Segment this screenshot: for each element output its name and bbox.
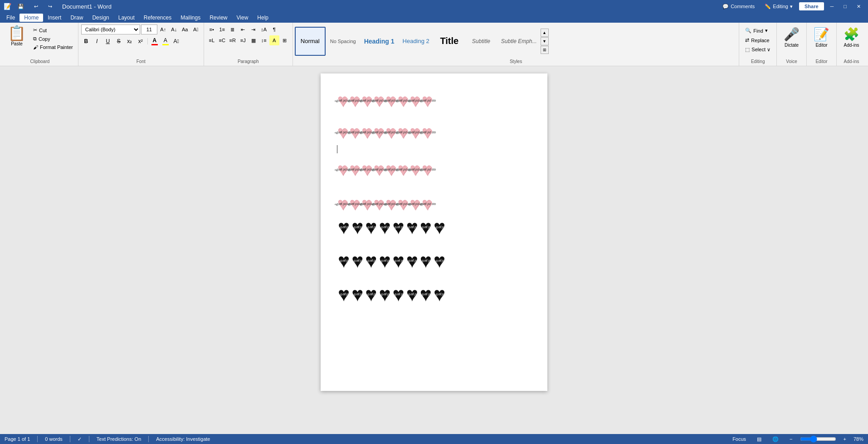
maximize-button[interactable]: □ — [840, 3, 850, 10]
style-heading1-label: Heading 1 — [364, 38, 395, 45]
menu-layout[interactable]: Layout — [114, 14, 139, 22]
title-bar: 📝 💾 ↩ ↪ Document1 - Word 💬 Comments ✏️ E… — [0, 0, 868, 13]
subscript-button[interactable]: x₂ — [125, 36, 135, 46]
copy-button[interactable]: ⧉ Copy — [31, 35, 75, 43]
justify-button[interactable]: ≡J — [238, 35, 248, 45]
editor-group: 📝 Editor Editor — [807, 23, 837, 66]
menu-review[interactable]: Review — [205, 14, 232, 22]
quick-access-save[interactable]: 💾 — [14, 3, 28, 10]
font-color-button[interactable]: A — [150, 36, 160, 46]
menu-insert[interactable]: Insert — [43, 14, 66, 22]
document-page[interactable]: ♥ഏൽ pd sto ♥ഏൽ pd sto ♥ഏൽ pd sto ♥ഏൽ pd … — [321, 73, 547, 391]
highlight-color-button[interactable]: A — [161, 36, 171, 46]
format-painter-icon: 🖌 — [33, 44, 38, 50]
style-no-spacing[interactable]: No Spacing — [327, 27, 360, 56]
increase-indent-button[interactable]: ⇥ — [249, 24, 258, 34]
black-heart: ♥ഏൽ pd — [406, 284, 418, 304]
comments-button[interactable]: 💬 Comments — [719, 3, 758, 10]
style-normal[interactable]: Normal — [295, 27, 326, 56]
black-heart-row-2: ♥ഏൽ pd ♥ഏൽ pd ♥ഏൽ pd ♥ഏൽ pd ♥ഏൽ pd ♥ഏൽ p… — [337, 250, 531, 271]
style-subtitle-label: Subtitle — [472, 38, 490, 44]
replace-icon: ⇄ — [745, 37, 749, 43]
sort-button[interactable]: ↕A — [259, 24, 269, 34]
find-button[interactable]: 🔍 Find ▾ — [742, 26, 770, 35]
document-area[interactable]: ♥ഏൽ pd sto ♥ഏൽ pd sto ♥ഏൽ pd sto ♥ഏൽ pd … — [0, 66, 868, 431]
multilevel-list-button[interactable]: ≣ — [228, 24, 238, 34]
borders-button[interactable]: ⊞ — [280, 35, 290, 45]
font-label: Font — [81, 58, 201, 66]
font-color-swatch — [151, 44, 158, 45]
quick-access-redo[interactable]: ↪ — [44, 3, 56, 10]
bullets-button[interactable]: ≡• — [207, 24, 217, 34]
clear-formatting-button[interactable]: A⃝ — [191, 24, 201, 34]
paste-label: Paste — [11, 41, 23, 46]
shading-button[interactable]: A — [269, 35, 279, 45]
replace-button[interactable]: ⇄ Replace — [742, 36, 772, 44]
black-heart-row-3: ♥ഏൽ pd ♥ഏൽ pd ♥ഏൽ pd ♥ഏൽ pd ♥ഏൽ pd ♥ഏൽ p… — [337, 284, 531, 305]
text-effects-button[interactable]: A⃣ — [171, 36, 181, 46]
style-heading2[interactable]: Heading 2 — [399, 27, 433, 56]
menu-design[interactable]: Design — [88, 14, 113, 22]
column-layout-button[interactable]: ▦ — [249, 35, 258, 45]
align-left-button[interactable]: ≡L — [207, 35, 217, 45]
numbering-button[interactable]: 1≡ — [217, 24, 227, 34]
bold-button[interactable]: B — [81, 36, 91, 46]
styles-group: Normal No Spacing Heading 1 Heading 2 Ti… — [293, 23, 740, 66]
italic-button[interactable]: I — [92, 36, 102, 46]
style-expand[interactable]: ⊞ — [541, 46, 549, 54]
style-items: Normal No Spacing Heading 1 Heading 2 Ti… — [295, 27, 541, 56]
black-heart: ♥ഏൽ pd — [379, 284, 390, 304]
menu-file[interactable]: File — [2, 14, 20, 22]
add-ins-button[interactable]: 🧩 Add-ins — [839, 24, 863, 50]
menu-view[interactable]: View — [232, 14, 253, 22]
pink-heart: ♥ഏൽ pd sto — [422, 92, 433, 109]
black-heart: ♥ഏൽ pd — [338, 217, 350, 237]
pink-heart-row-4: ♥ഏൽ pd sto ♥ഏൽ pd sto ♥ഏൽ pd sto ♥ഏൽ pd … — [337, 195, 531, 213]
strikethrough-button[interactable]: S — [114, 36, 124, 46]
editing-mode-button[interactable]: ✏️ Editing ▾ — [761, 3, 796, 10]
share-button[interactable]: Share — [799, 2, 824, 10]
paste-icon: 📋 — [8, 26, 26, 40]
pink-heart-row-3: ♥ഏൽ pd sto ♥ഏൽ pd sto ♥ഏൽ pd sto ♥ഏൽ pd … — [337, 161, 531, 179]
style-heading1[interactable]: Heading 1 — [361, 27, 398, 56]
font-size-input[interactable] — [141, 24, 157, 34]
style-title[interactable]: Title — [434, 27, 465, 56]
menu-help[interactable]: Help — [253, 14, 273, 22]
minimize-button[interactable]: ─ — [827, 3, 838, 10]
style-scroll-down[interactable]: ▼ — [541, 37, 549, 45]
style-scroll-up[interactable]: ▲ — [541, 29, 549, 37]
show-formatting-button[interactable]: ¶ — [269, 24, 279, 34]
font-size-decrease[interactable]: A↓ — [169, 24, 179, 34]
menu-home[interactable]: Home — [20, 14, 43, 22]
style-emphasis[interactable]: Subtle Emph... — [497, 27, 541, 56]
align-right-button[interactable]: ≡R — [228, 35, 238, 45]
menu-mailings[interactable]: Mailings — [176, 14, 205, 22]
font-size-increase[interactable]: A↑ — [158, 24, 168, 34]
change-case-button[interactable]: Aa — [180, 24, 190, 34]
superscript-button[interactable]: x² — [136, 36, 146, 46]
paste-button[interactable]: 📋 Paste — [5, 24, 29, 48]
format-painter-button[interactable]: 🖌 Format Painter — [31, 44, 75, 51]
close-button[interactable]: ✕ — [853, 3, 864, 10]
cut-button[interactable]: ✂ Cut — [31, 26, 75, 34]
editor-button[interactable]: 📝 Editor — [809, 24, 834, 50]
voice-label: Voice — [780, 58, 804, 66]
black-heart: ♥ഏൽ pd — [351, 284, 363, 304]
quick-access-undo[interactable]: ↩ — [30, 3, 42, 10]
style-subtitle[interactable]: Subtitle — [466, 27, 497, 56]
font-name-select[interactable]: Calibri (Body) — [81, 24, 140, 34]
underline-button[interactable]: U — [103, 36, 113, 46]
clipboard-label: Clipboard — [5, 58, 75, 66]
highlight-icon: A — [164, 37, 167, 44]
align-center-button[interactable]: ≡C — [217, 35, 227, 45]
decrease-indent-button[interactable]: ⇤ — [238, 24, 248, 34]
line-spacing-button[interactable]: ↕≡ — [259, 35, 269, 45]
black-heart: ♥ഏൽ pd — [393, 284, 405, 304]
dictate-button[interactable]: 🎤 Dictate — [780, 24, 804, 50]
black-heart: ♥ഏൽ pd — [351, 251, 363, 271]
menu-draw[interactable]: Draw — [66, 14, 88, 22]
select-button[interactable]: ⬚ Select ∨ — [742, 45, 774, 54]
menu-references[interactable]: References — [139, 14, 176, 22]
black-heart: ♥ഏൽ pd — [420, 284, 432, 304]
font-group: Calibri (Body) A↑ A↓ Aa A⃝ B I U S x₂ x²… — [78, 23, 204, 66]
